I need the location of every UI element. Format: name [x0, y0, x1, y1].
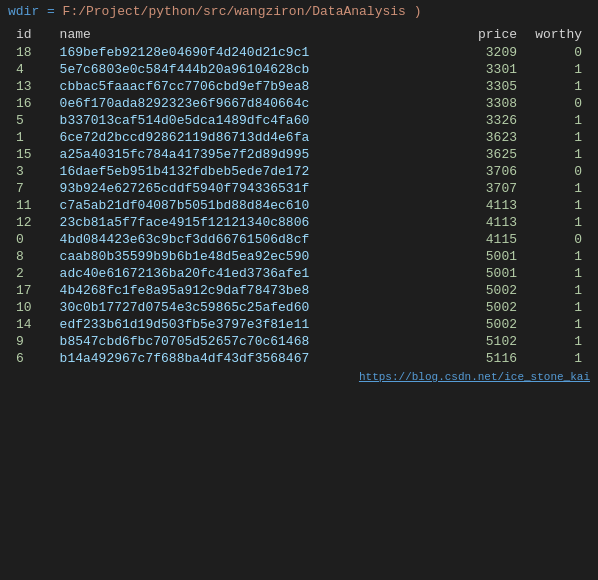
footer-link: https://blog.csdn.net/ice_stone_kai: [0, 367, 598, 387]
cell-name: 5e7c6803e0c584f444b20a96104628cb: [40, 61, 470, 78]
cell-price: 3623: [470, 129, 525, 146]
cell-name: c7a5ab21df04087b5051bd88d84ec610: [40, 197, 470, 214]
cell-id: 10: [8, 299, 40, 316]
cell-name: b8547cbd6fbc70705d52657c70c61468: [40, 333, 470, 350]
cell-name: cbbac5faaacf67cc7706cbd9ef7b9ea8: [40, 78, 470, 95]
cell-id: 4: [8, 61, 40, 78]
table-row: 13cbbac5faaacf67cc7706cbd9ef7b9ea833051: [8, 78, 590, 95]
col-header-id: id: [8, 25, 40, 44]
cell-id: 7: [8, 180, 40, 197]
table-body: 18169befeb92128e04690f4d240d21c9c1320904…: [8, 44, 590, 367]
cell-price: 3305: [470, 78, 525, 95]
table-row: 9b8547cbd6fbc70705d52657c70c6146851021: [8, 333, 590, 350]
cell-id: 12: [8, 214, 40, 231]
cell-worthy: 1: [525, 61, 590, 78]
cell-id: 8: [8, 248, 40, 265]
table-row: 1223cb81a5f7face4915f12121340c880641131: [8, 214, 590, 231]
cell-worthy: 1: [525, 350, 590, 367]
cell-id: 17: [8, 282, 40, 299]
cell-worthy: 1: [525, 282, 590, 299]
cell-name: 23cb81a5f7face4915f12121340c8806: [40, 214, 470, 231]
cell-price: 3301: [470, 61, 525, 78]
cell-name: 6ce72d2bccd92862119d86713dd4e6fa: [40, 129, 470, 146]
cell-price: 3706: [470, 163, 525, 180]
cell-name: 16daef5eb951b4132fdbeb5ede7de172: [40, 163, 470, 180]
cell-id: 18: [8, 44, 40, 61]
cell-id: 16: [8, 95, 40, 112]
table-row: 1030c0b17727d0754e3c59865c25afed6050021: [8, 299, 590, 316]
topbar-prefix: wdir =: [8, 4, 63, 19]
cell-id: 0: [8, 231, 40, 248]
cell-name: 4b4268fc1fe8a95a912c9daf78473be8: [40, 282, 470, 299]
table-header-row: id name price worthy: [8, 25, 590, 44]
cell-name: b14a492967c7f688ba4df43df3568467: [40, 350, 470, 367]
cell-worthy: 1: [525, 316, 590, 333]
cell-worthy: 1: [525, 78, 590, 95]
cell-price: 3308: [470, 95, 525, 112]
cell-price: 4113: [470, 197, 525, 214]
cell-price: 4115: [470, 231, 525, 248]
cell-id: 6: [8, 350, 40, 367]
cell-price: 5002: [470, 299, 525, 316]
cell-id: 5: [8, 112, 40, 129]
table-row: 14edf233b61d19d503fb5e3797e3f81e1150021: [8, 316, 590, 333]
cell-id: 9: [8, 333, 40, 350]
table-row: 18169befeb92128e04690f4d240d21c9c132090: [8, 44, 590, 61]
cell-price: 5001: [470, 265, 525, 282]
table-row: 160e6f170ada8292323e6f9667d840664c33080: [8, 95, 590, 112]
cell-price: 5102: [470, 333, 525, 350]
cell-price: 5002: [470, 282, 525, 299]
cell-worthy: 0: [525, 231, 590, 248]
cell-id: 3: [8, 163, 40, 180]
cell-name: caab80b35599b9b6b1e48d5ea92ec590: [40, 248, 470, 265]
cell-price: 3625: [470, 146, 525, 163]
table-row: 316daef5eb951b4132fdbeb5ede7de17237060: [8, 163, 590, 180]
cell-name: edf233b61d19d503fb5e3797e3f81e11: [40, 316, 470, 333]
cell-name: a25a40315fc784a417395e7f2d89d995: [40, 146, 470, 163]
cell-name: 0e6f170ada8292323e6f9667d840664c: [40, 95, 470, 112]
cell-worthy: 0: [525, 44, 590, 61]
cell-price: 5116: [470, 350, 525, 367]
cell-price: 3209: [470, 44, 525, 61]
table-row: 04bd084423e63c9bcf3dd66761506d8cf41150: [8, 231, 590, 248]
cell-name: adc40e61672136ba20fc41ed3736afe1: [40, 265, 470, 282]
cell-worthy: 1: [525, 214, 590, 231]
table-row: 11c7a5ab21df04087b5051bd88d84ec61041131: [8, 197, 590, 214]
col-header-name: name: [40, 25, 470, 44]
cell-name: 30c0b17727d0754e3c59865c25afed60: [40, 299, 470, 316]
table-row: 5b337013caf514d0e5dca1489dfc4fa6033261: [8, 112, 590, 129]
cell-id: 2: [8, 265, 40, 282]
cell-price: 5002: [470, 316, 525, 333]
table-row: 6b14a492967c7f688ba4df43df356846751161: [8, 350, 590, 367]
cell-id: 11: [8, 197, 40, 214]
cell-worthy: 1: [525, 299, 590, 316]
table-row: 45e7c6803e0c584f444b20a96104628cb33011: [8, 61, 590, 78]
table-row: 15a25a40315fc784a417395e7f2d89d99536251: [8, 146, 590, 163]
col-header-price: price: [470, 25, 525, 44]
cell-price: 4113: [470, 214, 525, 231]
cell-worthy: 1: [525, 180, 590, 197]
cell-price: 3707: [470, 180, 525, 197]
footer-link-text: https://blog.csdn.net/ice_stone_kai: [359, 371, 590, 383]
cell-price: 3326: [470, 112, 525, 129]
data-table: id name price worthy 18169befeb92128e046…: [8, 25, 590, 367]
cell-worthy: 0: [525, 163, 590, 180]
cell-worthy: 1: [525, 333, 590, 350]
cell-id: 13: [8, 78, 40, 95]
top-bar: wdir = F:/Project/python/src/wangziron/D…: [0, 0, 598, 23]
cell-worthy: 1: [525, 112, 590, 129]
cell-id: 1: [8, 129, 40, 146]
cell-id: 14: [8, 316, 40, 333]
table-row: 174b4268fc1fe8a95a912c9daf78473be850021: [8, 282, 590, 299]
table-row: 793b924e627265cddf5940f794336531f37071: [8, 180, 590, 197]
cell-worthy: 1: [525, 146, 590, 163]
cell-name: 169befeb92128e04690f4d240d21c9c1: [40, 44, 470, 61]
table-container: id name price worthy 18169befeb92128e046…: [0, 23, 598, 367]
cell-worthy: 1: [525, 129, 590, 146]
cell-worthy: 1: [525, 248, 590, 265]
cell-worthy: 1: [525, 197, 590, 214]
table-row: 16ce72d2bccd92862119d86713dd4e6fa36231: [8, 129, 590, 146]
col-header-worthy: worthy: [525, 25, 590, 44]
topbar-path: F:/Project/python/src/wangziron/DataAnal…: [63, 4, 422, 19]
cell-worthy: 0: [525, 95, 590, 112]
